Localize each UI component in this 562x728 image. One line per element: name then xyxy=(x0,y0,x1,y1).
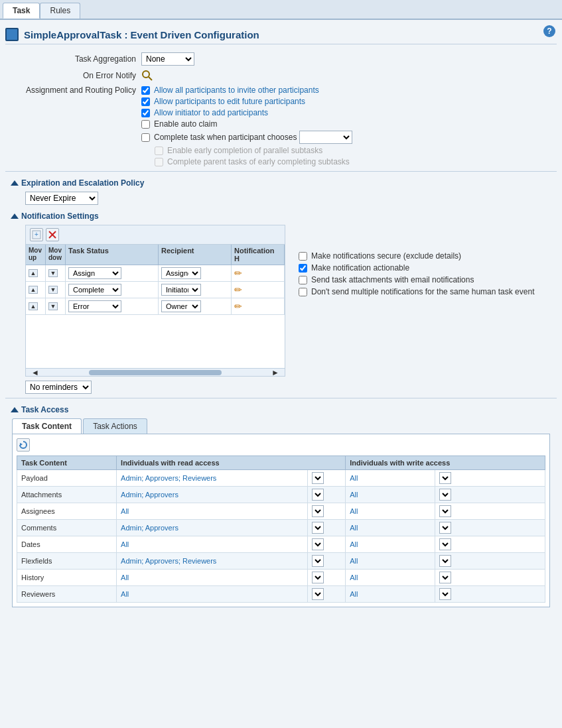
assign-recipient: Assignees xyxy=(159,265,232,282)
access-row-write: All xyxy=(346,520,435,536)
send-attachments-checkbox[interactable] xyxy=(299,276,307,284)
access-row-write-select-cell: ▼ xyxy=(435,520,545,536)
header-recipient: Recipient xyxy=(159,245,232,265)
assign-down-btn[interactable]: ▼ xyxy=(48,269,58,277)
scroll-left-btn[interactable]: ◄ xyxy=(29,368,42,377)
access-read-select[interactable]: ▼ xyxy=(312,472,324,484)
complete-parent-checkbox[interactable] xyxy=(155,158,163,166)
allow-invite-label: Allow all participants to invite other p… xyxy=(154,86,319,95)
complete-up-btn[interactable]: ▲ xyxy=(29,286,38,294)
assign-edit-icon[interactable]: ✏ xyxy=(234,268,242,278)
tab-task-content[interactable]: Task Content xyxy=(12,418,82,434)
access-row-name: Flexfields xyxy=(17,553,117,570)
access-write-select[interactable]: ▼ xyxy=(439,472,451,484)
access-row-read-select-cell: ▼ xyxy=(308,503,346,520)
assign-edit: ✏ xyxy=(232,265,285,282)
enable-auto-claim-checkbox[interactable] xyxy=(141,120,150,129)
notification-scrollbar[interactable]: ◄ ► xyxy=(26,368,285,376)
access-row-name: Attachments xyxy=(17,487,117,503)
expiration-title: Expiration and Escalation Policy xyxy=(21,178,144,188)
access-row-name: Comments xyxy=(17,520,117,536)
access-read-select[interactable]: ▼ xyxy=(312,555,324,567)
access-read-select[interactable]: ▼ xyxy=(312,522,324,534)
allow-invite-checkbox[interactable] xyxy=(141,86,150,95)
error-up-btn[interactable]: ▲ xyxy=(29,302,38,310)
notification-table-col: + Mov up Mov dow Task Status Re xyxy=(5,225,292,377)
notification-row-error: ▲ ▼ Error Owner xyxy=(26,298,285,315)
tab-task-actions[interactable]: Task Actions xyxy=(83,418,147,434)
dont-send-multiple-row: Don't send multiple notifications for th… xyxy=(299,287,557,296)
assign-up-btn[interactable]: ▲ xyxy=(29,269,38,277)
divider1 xyxy=(5,171,557,172)
access-write-select[interactable]: ▼ xyxy=(439,555,451,567)
access-read-select[interactable]: ▼ xyxy=(312,572,324,583)
access-row-name: Dates xyxy=(17,536,117,553)
access-write-select[interactable]: ▼ xyxy=(439,572,451,583)
complete-edit-icon[interactable]: ✏ xyxy=(234,284,242,295)
complete-mov-up: ▲ xyxy=(26,282,46,298)
scroll-right-btn[interactable]: ► xyxy=(269,368,282,377)
notification-section-header: Notification Settings xyxy=(5,212,557,221)
dont-send-multiple-checkbox[interactable] xyxy=(299,288,307,296)
access-row-read: All xyxy=(117,586,308,603)
complete-status-select[interactable]: Complete xyxy=(68,284,121,296)
complete-down-btn[interactable]: ▼ xyxy=(48,286,58,294)
access-table-row: Dates All ▼ All ▼ xyxy=(17,536,545,553)
notification-row-complete: ▲ ▼ Complete Initiator xyxy=(26,282,285,298)
add-notification-btn[interactable]: + xyxy=(30,228,43,241)
error-down-btn[interactable]: ▼ xyxy=(48,302,58,310)
error-mov-down: ▼ xyxy=(46,298,66,315)
svg-point-0 xyxy=(143,71,149,78)
tab-rules[interactable]: Rules xyxy=(40,3,80,19)
access-row-name: Payload xyxy=(17,470,117,487)
make-secure-checkbox[interactable] xyxy=(299,252,307,261)
enable-early-completion-checkbox[interactable] xyxy=(155,147,163,155)
error-edit-icon[interactable]: ✏ xyxy=(234,301,242,312)
access-write-select[interactable]: ▼ xyxy=(439,538,451,550)
access-write-select[interactable]: ▼ xyxy=(439,505,451,517)
allow-edit-future-checkbox[interactable] xyxy=(141,97,150,106)
access-write-select[interactable]: ▼ xyxy=(439,588,451,600)
access-row-read: Admin; Approvers xyxy=(117,520,308,536)
error-status-select[interactable]: Error xyxy=(68,300,121,312)
access-write-select[interactable]: ▼ xyxy=(439,522,451,534)
access-read-select[interactable]: ▼ xyxy=(312,505,324,517)
header-notification-h: Notification H xyxy=(232,245,285,265)
expiration-section-header: Expiration and Escalation Policy xyxy=(5,178,557,188)
make-secure-label: Make notifications secure (exclude detai… xyxy=(311,251,461,261)
assign-mov-down: ▼ xyxy=(46,265,66,282)
allow-initiator-add-label: Allow initiator to add participants xyxy=(154,108,268,117)
complete-recipient: Initiator xyxy=(159,282,232,298)
scroll-thumb[interactable] xyxy=(89,370,222,375)
access-read-select[interactable]: ▼ xyxy=(312,489,324,501)
delete-notification-btn[interactable] xyxy=(46,228,59,241)
assign-recipient-select[interactable]: Assignees xyxy=(161,267,201,279)
access-write-select[interactable]: ▼ xyxy=(439,489,451,501)
main-tab-bar: Task Rules xyxy=(0,0,562,20)
complete-task-select[interactable] xyxy=(299,131,352,144)
error-recipient-select[interactable]: Owner xyxy=(161,300,201,312)
task-aggregation-select[interactable]: None xyxy=(141,52,194,66)
reminders-select[interactable]: No reminders xyxy=(25,381,92,394)
access-read-select[interactable]: ▼ xyxy=(312,538,324,550)
notification-layout: + Mov up Mov dow Task Status Re xyxy=(5,225,557,377)
access-row-read: Admin; Approvers xyxy=(117,487,308,503)
refresh-access-btn[interactable] xyxy=(17,438,30,452)
never-expire-select[interactable]: Never Expire xyxy=(25,192,98,205)
access-row-write: All xyxy=(346,487,435,503)
complete-task-checkbox[interactable] xyxy=(141,133,150,142)
access-row-name: Assignees xyxy=(17,503,117,520)
tab-task[interactable]: Task xyxy=(3,3,40,19)
access-row-name: Reviewers xyxy=(17,586,117,603)
help-icon[interactable]: ? xyxy=(543,25,555,37)
error-task-status: Error xyxy=(66,298,159,315)
make-actionable-row: Make notification actionable xyxy=(299,263,557,273)
access-row-write: All xyxy=(346,570,435,586)
assign-status-select[interactable]: Assign xyxy=(68,267,121,279)
allow-initiator-add-checkbox[interactable] xyxy=(141,109,150,117)
access-row-read: All xyxy=(117,536,308,553)
make-actionable-checkbox[interactable] xyxy=(299,264,307,273)
complete-recipient-select[interactable]: Initiator xyxy=(161,284,201,296)
access-read-select[interactable]: ▼ xyxy=(312,588,324,600)
search-icon[interactable] xyxy=(141,70,153,82)
